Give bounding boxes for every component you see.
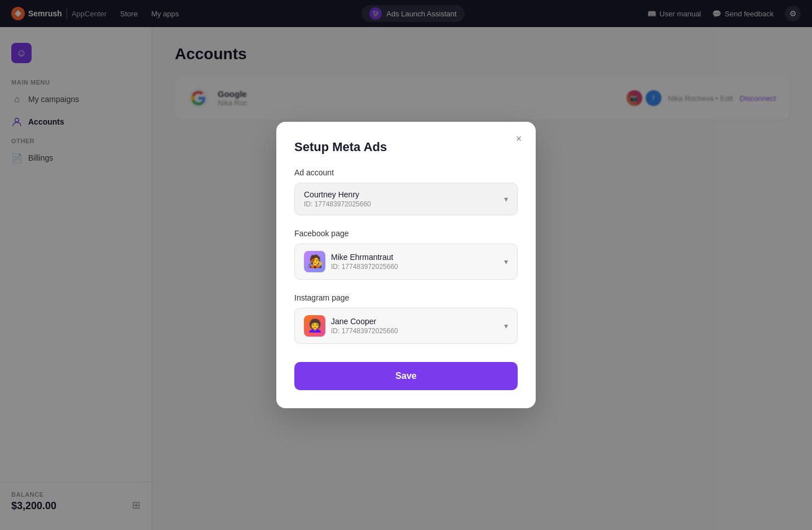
facebook-page-select[interactable]: 🧑‍🎤 Mike Ehrmantraut ID: 177483972025660… bbox=[294, 244, 518, 280]
instagram-avatar: 👩‍🦱 bbox=[304, 315, 325, 337]
instagram-name: Jane Cooper bbox=[331, 317, 398, 326]
instagram-page-select[interactable]: 👩‍🦱 Jane Cooper ID: 177483972025660 ▾ bbox=[294, 308, 518, 344]
facebook-name: Mike Ehrmantraut bbox=[331, 253, 398, 262]
ad-account-content: Courtney Henry ID: 177483972025660 bbox=[304, 190, 371, 208]
modal-overlay: × Setup Meta Ads Ad account Courtney Hen… bbox=[0, 0, 812, 530]
modal-close-button[interactable]: × bbox=[511, 131, 527, 147]
ad-account-label: Ad account bbox=[294, 168, 518, 177]
ad-account-id: ID: 177483972025660 bbox=[304, 200, 371, 208]
ad-account-select[interactable]: Courtney Henry ID: 177483972025660 ▾ bbox=[294, 183, 518, 215]
instagram-info: Jane Cooper ID: 177483972025660 bbox=[331, 317, 398, 335]
instagram-page-content: 👩‍🦱 Jane Cooper ID: 177483972025660 bbox=[304, 315, 398, 337]
facebook-page-label: Facebook page bbox=[294, 229, 518, 238]
ad-account-chevron-icon: ▾ bbox=[504, 195, 508, 204]
setup-meta-ads-modal: × Setup Meta Ads Ad account Courtney Hen… bbox=[276, 122, 536, 408]
modal-title: Setup Meta Ads bbox=[294, 140, 518, 154]
instagram-chevron-icon: ▾ bbox=[504, 321, 508, 330]
facebook-page-content: 🧑‍🎤 Mike Ehrmantraut ID: 177483972025660 bbox=[304, 251, 398, 272]
facebook-info: Mike Ehrmantraut ID: 177483972025660 bbox=[331, 253, 398, 271]
ad-account-info: Courtney Henry ID: 177483972025660 bbox=[304, 190, 371, 208]
facebook-chevron-icon: ▾ bbox=[504, 257, 508, 266]
facebook-avatar: 🧑‍🎤 bbox=[304, 251, 325, 272]
save-button[interactable]: Save bbox=[294, 362, 518, 390]
instagram-page-label: Instagram page bbox=[294, 293, 518, 302]
ad-account-name: Courtney Henry bbox=[304, 190, 371, 199]
facebook-id: ID: 177483972025660 bbox=[331, 263, 398, 271]
instagram-id: ID: 177483972025660 bbox=[331, 327, 398, 335]
